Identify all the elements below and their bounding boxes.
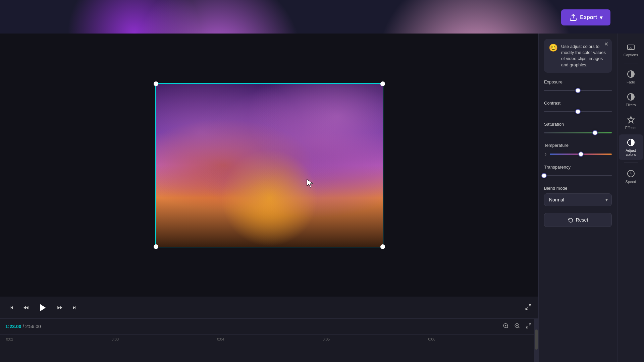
saturation-slider[interactable] <box>544 129 612 136</box>
play-button[interactable] <box>36 301 50 314</box>
transparency-slider[interactable] <box>544 172 612 179</box>
current-time: 1:23.00 <box>5 324 21 329</box>
forward-icon <box>56 304 63 311</box>
corner-handle-tr[interactable] <box>380 81 385 86</box>
tool-effects[interactable]: Effects <box>619 112 643 133</box>
skip-end-icon <box>71 304 78 311</box>
top-bar: Export ▾ <box>0 0 644 34</box>
tool-filters[interactable]: Filters <box>619 89 643 110</box>
contrast-slider[interactable] <box>544 108 612 115</box>
blend-mode-section: Blend mode Normal Multiply Screen Overla… <box>544 186 612 206</box>
reset-button[interactable]: Reset <box>544 213 612 227</box>
exposure-track <box>544 90 612 91</box>
fade-icon <box>626 69 636 79</box>
video-frame[interactable] <box>155 83 383 247</box>
contrast-track <box>544 111 612 112</box>
filters-label: Filters <box>626 103 636 107</box>
temperature-slider[interactable] <box>550 151 612 158</box>
fullscreen-button[interactable] <box>525 304 532 312</box>
corner-handle-tl[interactable] <box>154 81 158 86</box>
ruler-mark-2: 0:04 <box>216 337 322 341</box>
zoom-in-icon <box>503 323 509 329</box>
total-time: 2:56.00 <box>25 324 41 329</box>
notice-close-button[interactable]: ✕ <box>604 42 608 47</box>
zoom-out-button[interactable] <box>513 321 522 331</box>
export-button[interactable]: Export ▾ <box>561 9 610 25</box>
svg-line-3 <box>529 304 531 306</box>
main-content: 1:23.00 / 2:56.00 <box>0 34 644 362</box>
fullscreen-icon <box>525 304 532 310</box>
ruler-mark-4: 0:06 <box>427 337 533 341</box>
exposure-label: Exposure <box>544 79 612 84</box>
corner-handle-br[interactable] <box>380 244 385 249</box>
export-chevron-icon: ▾ <box>600 14 602 21</box>
saturation-thumb[interactable] <box>592 130 598 135</box>
notice-card: 😊 Use adjust colors to modify the color … <box>544 39 612 73</box>
tool-captions[interactable]: CC Captions <box>619 39 643 60</box>
tool-fade[interactable]: Fade <box>619 66 643 87</box>
contrast-section: Contrast <box>544 101 612 115</box>
exposure-slider[interactable] <box>544 87 612 94</box>
fit-timeline-button[interactable] <box>524 321 533 331</box>
captions-label: Captions <box>624 53 638 57</box>
timeline-controls <box>501 321 533 331</box>
ruler-mark-1: 0:03 <box>111 337 217 341</box>
corner-handle-bl[interactable] <box>154 244 158 249</box>
transparency-label: Transparency <box>544 165 612 170</box>
svg-line-4 <box>526 307 528 309</box>
zoom-in-button[interactable] <box>501 321 510 331</box>
adjust-colors-label: Adjust colors <box>622 148 640 157</box>
rewind-icon <box>23 304 30 311</box>
video-area: 1:23.00 / 2:56.00 <box>0 34 538 362</box>
temperature-label: Temperature <box>544 143 612 148</box>
saturation-label: Saturation <box>544 122 612 127</box>
temperature-row: › <box>544 150 612 158</box>
speed-label: Speed <box>626 180 636 184</box>
adjust-colors-panel: 😊 Use adjust colors to modify the color … <box>538 34 617 362</box>
svg-line-6 <box>507 327 508 328</box>
temperature-section: Temperature › <box>544 143 612 158</box>
forward-button[interactable] <box>55 303 64 312</box>
effects-label: Effects <box>625 126 636 130</box>
exposure-thumb[interactable] <box>575 88 581 93</box>
fade-label: Fade <box>627 80 635 84</box>
saturation-section: Saturation <box>544 122 612 136</box>
skip-start-icon <box>8 304 15 311</box>
notice-emoji: 😊 <box>549 44 558 68</box>
temperature-thumb[interactable] <box>578 152 584 157</box>
divider-2 <box>624 163 638 163</box>
timeline-scroll-thumb[interactable] <box>535 329 538 350</box>
play-icon <box>38 303 48 312</box>
export-label: Export <box>580 14 597 20</box>
svg-line-10 <box>518 327 519 328</box>
saturation-track <box>544 132 612 133</box>
contrast-thumb[interactable] <box>575 109 581 114</box>
svg-marker-2 <box>40 304 46 311</box>
notice-text: Use adjust colors to modify the color va… <box>561 44 607 68</box>
blend-mode-select[interactable]: Normal Multiply Screen Overlay Darken Li… <box>544 193 612 206</box>
contrast-label: Contrast <box>544 101 612 106</box>
adjust-colors-icon <box>626 138 636 147</box>
blend-mode-wrapper: Normal Multiply Screen Overlay Darken Li… <box>544 193 612 206</box>
video-image <box>156 84 383 247</box>
skip-to-start-button[interactable] <box>7 303 16 312</box>
transparency-track <box>544 175 612 176</box>
skip-to-end-button[interactable] <box>70 303 79 312</box>
rewind-button[interactable] <box>21 303 31 312</box>
video-preview <box>0 34 538 297</box>
right-panel: CC Captions Fade <box>617 34 644 362</box>
fit-icon <box>526 323 532 329</box>
tool-adjust-colors[interactable]: Adjust colors <box>619 134 643 160</box>
controls-bar <box>0 297 538 318</box>
divider-1 <box>624 63 638 63</box>
svg-text:CC: CC <box>629 47 632 49</box>
time-display: 1:23.00 / 2:56.00 <box>5 324 41 329</box>
speed-icon <box>626 169 636 178</box>
captions-icon: CC <box>626 42 636 52</box>
blend-mode-label: Blend mode <box>544 186 612 191</box>
ruler-mark-3: 0:05 <box>322 337 428 341</box>
tool-speed[interactable]: Speed <box>619 166 643 187</box>
transparency-thumb[interactable] <box>541 173 547 178</box>
timeline-scrollbar[interactable] <box>534 319 538 362</box>
temperature-collapse-button[interactable]: › <box>544 150 547 158</box>
